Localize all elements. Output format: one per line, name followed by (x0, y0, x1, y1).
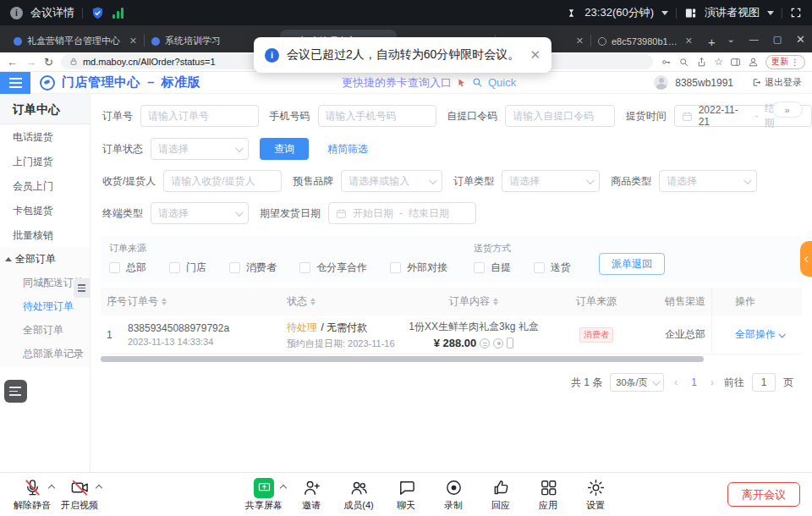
prev-page-button[interactable]: ‹ (672, 376, 680, 388)
leave-meeting-button[interactable]: 离开会议 (727, 482, 800, 507)
checkbox-warehouse-coop[interactable]: 仓分享合作 (299, 261, 367, 275)
filter-collapse-button[interactable]: » (772, 102, 803, 118)
checkbox-icon[interactable] (390, 262, 401, 273)
side-panel-icon[interactable] (730, 57, 741, 68)
members-button[interactable]: 成员(4) (335, 477, 382, 512)
checkbox-self-pickup[interactable]: 自提 (474, 261, 511, 275)
share-screen-button[interactable]: 共享屏幕 (240, 477, 288, 512)
sidebar-item-card-pickup[interactable]: 卡包提货 (0, 199, 90, 222)
bookmark-star-icon[interactable]: ☆ (714, 56, 723, 68)
sidebar-item-member-visit[interactable]: 会员上门 (0, 174, 90, 198)
tab-search-icon[interactable]: ⌄ (727, 34, 734, 45)
simple-filter-link[interactable]: 精简筛选 (327, 142, 368, 156)
goto-page-input[interactable] (752, 373, 776, 392)
sort-icon[interactable] (493, 298, 498, 305)
checkbox-consumer[interactable]: 消费者 (229, 261, 277, 275)
checkbox-icon[interactable] (109, 262, 120, 273)
checkbox-hq[interactable]: 总部 (109, 261, 146, 275)
sidebar-collapse-handle[interactable] (74, 278, 90, 298)
window-close-button[interactable]: ✕ (796, 33, 805, 46)
share-icon[interactable] (696, 57, 707, 68)
tab-close-icon[interactable]: ✕ (129, 36, 137, 46)
profile-icon[interactable] (748, 57, 759, 68)
view-dropdown-icon[interactable] (767, 11, 774, 15)
sort-icon[interactable] (162, 298, 167, 305)
quick-search-icon[interactable] (472, 77, 483, 88)
floating-list-button[interactable] (4, 380, 27, 403)
order-status-select[interactable]: 请选择 (151, 138, 249, 160)
toast-close-icon[interactable]: ✕ (529, 47, 540, 63)
checkbox-store[interactable]: 门店 (169, 261, 206, 275)
sidebar-item-all-orders[interactable]: 全部订单 (0, 318, 90, 342)
key-icon[interactable] (661, 57, 672, 68)
current-page[interactable]: 1 (688, 376, 700, 388)
order-type-select[interactable]: 请选择 (502, 170, 600, 192)
checkbox-icon[interactable] (534, 262, 545, 273)
meeting-details-button[interactable]: 会议详情 (30, 5, 74, 20)
page-size-select[interactable]: 30条/页 (610, 373, 664, 392)
browser-tab-6[interactable]: e8c573980b1328a258fd2e6… ✕ (591, 30, 700, 52)
sidebar-item-phone-pickup[interactable]: 电话提货 (0, 125, 90, 149)
product-type-select[interactable]: 请选择 (659, 170, 757, 192)
record-button[interactable]: 录制 (430, 477, 477, 512)
network-signal-icon[interactable] (112, 8, 123, 19)
search-button[interactable]: 查询 (260, 138, 309, 160)
meeting-timer[interactable]: 23:32(60分钟) (584, 5, 654, 20)
side-drawer-handle[interactable] (800, 241, 812, 277)
checkbox-icon[interactable] (229, 262, 240, 273)
fullscreen-icon[interactable] (790, 7, 802, 19)
sidebar-item-door-pickup[interactable]: 上门提货 (0, 150, 90, 173)
security-shield-icon[interactable] (91, 6, 105, 20)
receiver-input[interactable] (163, 170, 282, 192)
phone-input[interactable] (318, 105, 436, 127)
new-tab-button[interactable]: + (708, 35, 716, 52)
view-mode-switch[interactable]: 演讲者视图 (705, 5, 760, 20)
checkbox-delivery[interactable]: 送货 (534, 261, 571, 275)
reload-button[interactable]: ↻ (44, 57, 53, 68)
unmute-button[interactable]: 解除静音 (8, 477, 56, 512)
scrollbar-thumb[interactable] (101, 356, 704, 362)
menu-dots-icon[interactable]: ⋮ (791, 58, 799, 67)
tab-close-icon[interactable]: ✕ (576, 36, 584, 46)
share-options-caret[interactable] (280, 485, 287, 491)
checkbox-icon[interactable] (299, 262, 310, 273)
video-options-caret[interactable] (96, 485, 102, 491)
settings-button[interactable]: 设置 (572, 477, 619, 512)
terminal-type-select[interactable]: 请选择 (151, 202, 249, 224)
next-page-button[interactable]: › (708, 376, 716, 388)
browser-update-button[interactable]: 更新⋮ (765, 55, 805, 69)
user-avatar[interactable] (654, 75, 668, 90)
ship-date-range[interactable]: 开始日期 - 结束日期 (328, 202, 476, 224)
header-status[interactable]: 状态 (287, 294, 402, 309)
row-actions-dropdown[interactable]: 全部操作 (735, 327, 784, 342)
logout-button[interactable]: 退出登录 (752, 76, 802, 89)
invite-button[interactable]: 邀请 (288, 477, 335, 512)
username[interactable]: 8385wb1991 (675, 77, 733, 89)
menu-toggle-button[interactable] (0, 72, 30, 94)
sidebar-group-all-orders[interactable]: 全部订单 (0, 247, 90, 271)
mic-options-caret[interactable] (48, 485, 55, 491)
sidebar-item-batch-verify[interactable]: 批量核销 (0, 223, 90, 247)
reactions-button[interactable]: 回应 (477, 477, 524, 512)
coupon-query-link[interactable]: 更快捷的券卡查询入口 (342, 75, 452, 91)
sidebar-item-pending-orders[interactable]: 待处理订单 (0, 294, 90, 318)
browser-tab-1[interactable]: 礼盒营销平台管理中心 ✕ (7, 30, 144, 52)
tab-close-icon[interactable]: ✕ (685, 36, 693, 46)
dispatch-return-button[interactable]: 派单退回 (599, 253, 665, 275)
apps-button[interactable]: 应用 (524, 477, 572, 512)
sort-icon[interactable] (310, 298, 315, 305)
order-no-input[interactable] (140, 105, 259, 127)
checkbox-icon[interactable] (169, 262, 180, 273)
zoom-icon[interactable] (678, 57, 689, 68)
window-minimize-button[interactable]: — (749, 34, 759, 44)
back-button[interactable]: ← (7, 57, 18, 68)
forward-button[interactable]: → (25, 57, 36, 68)
start-video-button[interactable]: 开启视频 (56, 477, 103, 512)
window-maximize-button[interactable]: ▢ (773, 34, 782, 45)
header-order-no[interactable]: 订单号 (128, 294, 287, 309)
checkbox-external[interactable]: 外部对接 (390, 261, 447, 275)
horizontal-scrollbar[interactable] (101, 356, 802, 362)
pickup-code-input[interactable] (505, 105, 615, 127)
timer-dropdown-icon[interactable] (661, 11, 668, 15)
header-content[interactable]: 订单内容 (402, 294, 546, 309)
